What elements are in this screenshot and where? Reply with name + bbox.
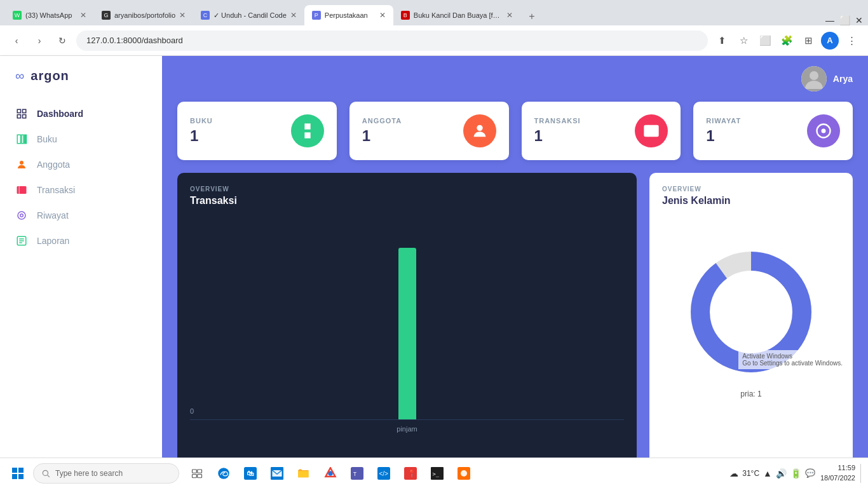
taskbar-app-teams[interactable]: T xyxy=(344,461,370,486)
network-icon[interactable]: ▲ xyxy=(763,468,772,478)
sidebar-item-riwayat[interactable]: Riwayat xyxy=(0,203,162,228)
user-avatar xyxy=(801,66,827,92)
svg-rect-44 xyxy=(351,467,363,480)
profile-icon[interactable]: ⊞ xyxy=(799,32,817,50)
tab-close-whatsapp[interactable]: ✕ xyxy=(80,11,86,20)
svg-rect-3 xyxy=(17,115,20,118)
battery-icon: 🔋 xyxy=(790,468,801,478)
search-icon xyxy=(41,469,50,478)
store-icon: 🛍 xyxy=(244,467,257,480)
logo-text: argon xyxy=(31,69,69,83)
refresh-button[interactable]: ↻ xyxy=(53,32,71,50)
start-button[interactable] xyxy=(5,461,31,486)
browser-tab-bukukancil[interactable]: B Buku Kancil Dan Buaya [ful... ✕ xyxy=(393,5,520,25)
edge-icon xyxy=(217,467,230,480)
tab-close-perpustakaan[interactable]: ✕ xyxy=(379,11,386,20)
stat-card-transaksi: TRANSAKSI 1 xyxy=(522,102,681,160)
forward-button[interactable]: › xyxy=(31,32,48,50)
taskbar-clock[interactable]: 11:59 18/07/2022 xyxy=(820,463,855,483)
sidebar-item-transaksi[interactable]: Transaksi xyxy=(0,177,162,203)
new-tab-button[interactable]: + xyxy=(523,8,541,25)
svg-rect-36 xyxy=(198,474,202,477)
sidebar-label-riwayat: Riwayat xyxy=(37,210,69,220)
window-controls: — ⬜ ✕ xyxy=(825,15,868,25)
chart-card-transaksi: OVERVIEW Transaksi 0 pinjam xyxy=(177,173,637,488)
sidebar-item-buku[interactable]: Buku xyxy=(0,126,162,152)
bar-pinjam-rect xyxy=(398,248,416,419)
address-bar[interactable] xyxy=(76,30,708,51)
tab-title-candil: ✓ Unduh - Candil Code xyxy=(214,11,287,20)
chart-card-jeniskelamin: OVERVIEW Jenis Kelamin pria: 1 xyxy=(649,173,853,488)
stat-label-anggota: ANGGOTA xyxy=(362,117,402,125)
window-maximize[interactable]: ⬜ xyxy=(839,15,850,25)
window-close[interactable]: ✕ xyxy=(855,15,863,25)
back-button[interactable]: ‹ xyxy=(8,32,25,50)
notification-icon[interactable]: 💬 xyxy=(805,468,815,478)
tab-close-candil[interactable]: ✕ xyxy=(290,11,297,20)
stat-info-anggota: ANGGOTA 1 xyxy=(362,117,402,145)
sidebar-label-transaksi: Transaksi xyxy=(37,185,75,195)
browser-tab-perpustakaan[interactable]: P Perpustakaan ✕ xyxy=(304,5,393,25)
chart-title-transaksi: Transaksi xyxy=(190,195,624,207)
share-icon[interactable]: ⬆ xyxy=(713,32,731,50)
donut-legend-text: pria: 1 xyxy=(740,390,761,398)
taskbar-app-maps[interactable]: 📍 xyxy=(398,461,423,486)
svg-point-53 xyxy=(461,470,467,477)
extensions-icon[interactable]: 🧩 xyxy=(778,32,796,50)
tab-title-perpustakaan: Perpustakaan xyxy=(325,11,376,19)
sidebar-item-dashboard[interactable]: Dashboard xyxy=(0,101,162,126)
svg-point-26 xyxy=(700,261,802,363)
browser-chrome: W (33) WhatsApp ✕ G aryanibos/portofolio… xyxy=(0,0,868,56)
sidebar-item-laporan[interactable]: Laporan xyxy=(0,228,162,254)
tab-close-aryanibos[interactable]: ✕ xyxy=(179,11,186,20)
svg-rect-27 xyxy=(12,468,17,473)
teams-icon: T xyxy=(351,467,363,480)
main-header: Arya xyxy=(162,56,868,102)
taskbar-app-edge[interactable] xyxy=(211,461,236,486)
logo-icon: ∞ xyxy=(15,69,24,83)
svg-text:📍: 📍 xyxy=(407,468,417,477)
tab-title-aryanibos: aryanibos/portofolio xyxy=(114,11,175,19)
taskbar-app-mail[interactable] xyxy=(264,461,290,486)
show-desktop-button[interactable] xyxy=(860,464,863,483)
user-profile[interactable]: Arya xyxy=(801,66,853,92)
riwayat-icon xyxy=(15,209,28,222)
taskbar-app-store[interactable]: 🛍 xyxy=(238,461,263,486)
browser-tab-candil[interactable]: C ✓ Unduh - Candil Code ✕ xyxy=(193,5,304,25)
sidebar-item-anggota[interactable]: Anggota xyxy=(0,152,162,177)
weather-icon[interactable]: ☁ xyxy=(729,468,738,478)
tab-title-whatsapp: (33) WhatsApp xyxy=(25,11,76,19)
taskbar-app-vscode[interactable]: </> xyxy=(371,461,397,486)
browser-tab-aryanibos[interactable]: G aryanibos/portofolio ✕ xyxy=(94,5,193,25)
taskbar-search-bar[interactable]: Type here to search xyxy=(33,463,179,484)
bar-pinjam xyxy=(398,248,416,419)
svg-point-10 xyxy=(18,212,25,219)
tablet-icon[interactable]: ⬜ xyxy=(756,32,774,50)
svg-rect-18 xyxy=(304,123,310,129)
temperature-text: 31°C xyxy=(742,469,759,478)
menu-icon[interactable]: ⋮ xyxy=(843,32,860,50)
mail-icon xyxy=(271,467,283,480)
svg-rect-33 xyxy=(193,470,197,473)
taskbar-app-explorer[interactable] xyxy=(291,461,316,486)
sidebar-label-laporan: Laporan xyxy=(37,236,69,246)
speaker-icon[interactable]: 🔊 xyxy=(776,468,787,478)
sidebar: ∞ argon Dashboard Buku xyxy=(0,56,162,488)
user-profile-circle[interactable]: A xyxy=(821,32,839,50)
stat-icon-riwayat xyxy=(807,114,840,147)
bookmark-icon[interactable]: ☆ xyxy=(735,32,752,50)
svg-text:</>: </> xyxy=(379,470,389,477)
taskbar-app-laragon[interactable] xyxy=(451,461,477,486)
svg-rect-29 xyxy=(12,474,17,479)
taskbar-app-taskview[interactable] xyxy=(184,461,210,486)
taskbar-app-chrome[interactable] xyxy=(318,461,343,486)
svg-rect-6 xyxy=(25,135,27,144)
bar-chart-area: 0 pinjam xyxy=(190,217,624,433)
tab-close-bukukancil[interactable]: ✕ xyxy=(506,11,513,20)
charts-row: OVERVIEW Transaksi 0 pinjam OVERVIEW xyxy=(162,173,868,488)
taskbar-app-terminal[interactable]: >_ xyxy=(424,461,450,486)
terminal-icon: >_ xyxy=(431,467,444,480)
browser-tab-whatsapp[interactable]: W (33) WhatsApp ✕ xyxy=(5,5,94,25)
laporan-icon xyxy=(15,234,28,247)
window-minimize[interactable]: — xyxy=(825,15,834,25)
